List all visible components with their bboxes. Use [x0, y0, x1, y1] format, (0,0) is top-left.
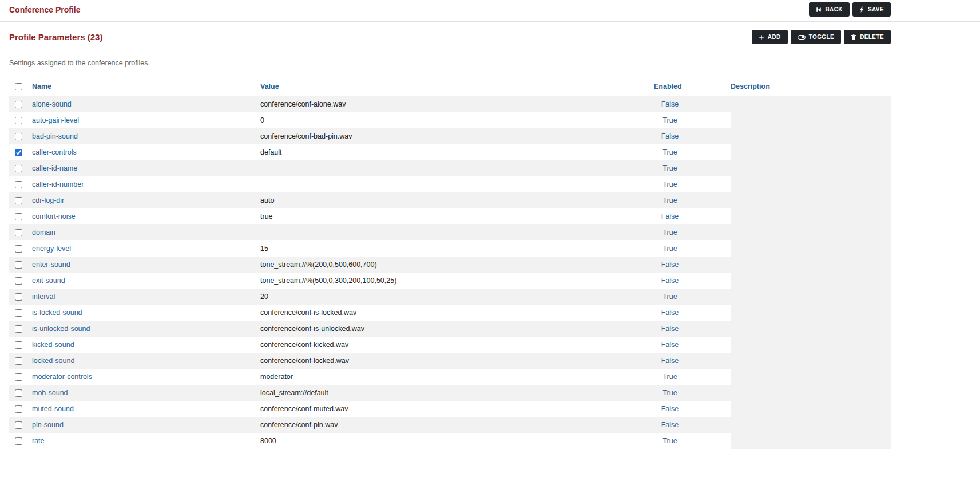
row-checkbox[interactable]: [15, 101, 22, 108]
param-name-link[interactable]: muted-sound: [32, 405, 74, 413]
row-checkbox-cell: [9, 257, 32, 273]
row-checkbox[interactable]: [15, 197, 22, 204]
param-name-link[interactable]: moh-sound: [32, 389, 68, 397]
param-enabled-cell: True: [654, 385, 731, 401]
param-enabled-link[interactable]: True: [654, 228, 686, 236]
param-name-link[interactable]: kicked-sound: [32, 341, 74, 349]
param-name-link[interactable]: comfort-noise: [32, 212, 76, 220]
param-enabled-link[interactable]: True: [654, 148, 686, 156]
param-name-link[interactable]: caller-id-name: [32, 164, 77, 172]
param-enabled-cell: False: [654, 257, 731, 273]
param-enabled-link[interactable]: True: [654, 164, 686, 172]
row-checkbox[interactable]: [15, 261, 22, 269]
table-row: kicked-soundconference/conf-kicked.wavFa…: [9, 337, 891, 353]
param-enabled-link[interactable]: True: [654, 180, 686, 188]
param-name-cell: moh-sound: [32, 385, 260, 401]
select-all-checkbox[interactable]: [15, 83, 22, 90]
row-checkbox[interactable]: [15, 373, 22, 381]
row-checkbox-cell: [9, 337, 32, 353]
param-enabled-link[interactable]: False: [654, 132, 686, 140]
param-value-cell: conference/conf-muted.wav: [260, 401, 654, 417]
param-enabled-link[interactable]: True: [654, 293, 686, 301]
param-enabled-link[interactable]: False: [654, 405, 686, 413]
save-button[interactable]: SAVE: [852, 2, 891, 17]
param-enabled-link[interactable]: False: [654, 325, 686, 333]
delete-button[interactable]: DELETE: [844, 30, 891, 44]
param-name-link[interactable]: caller-id-number: [32, 180, 84, 188]
row-checkbox[interactable]: [15, 421, 22, 429]
param-enabled-link[interactable]: False: [654, 100, 686, 108]
back-button[interactable]: BACK: [809, 2, 850, 17]
row-checkbox[interactable]: [15, 133, 22, 140]
param-name-cell: is-unlocked-sound: [32, 321, 260, 337]
param-value-cell: 20: [260, 289, 654, 305]
row-checkbox[interactable]: [15, 293, 22, 301]
table-row: enter-soundtone_stream://%(200,0,500,600…: [9, 257, 891, 273]
param-enabled-cell: False: [654, 401, 731, 417]
param-enabled-link[interactable]: True: [654, 389, 686, 397]
row-checkbox-cell: [9, 385, 32, 401]
param-enabled-link[interactable]: False: [654, 309, 686, 317]
row-checkbox[interactable]: [15, 325, 22, 333]
row-checkbox[interactable]: [15, 117, 22, 124]
row-checkbox[interactable]: [15, 437, 22, 445]
param-name-link[interactable]: pin-sound: [32, 421, 64, 429]
param-value-cell: conference/conf-kicked.wav: [260, 337, 654, 353]
param-description-cell: [731, 305, 891, 321]
content: Profile Parameters (23) ADD TOGGLE DELET…: [0, 22, 980, 449]
param-enabled-link[interactable]: True: [654, 245, 686, 253]
add-button[interactable]: ADD: [752, 30, 788, 44]
param-value-cell: conference/conf-alone.wav: [260, 96, 654, 112]
row-checkbox[interactable]: [15, 277, 22, 285]
param-enabled-link[interactable]: True: [654, 373, 686, 381]
param-name-cell: is-locked-sound: [32, 305, 260, 321]
param-enabled-link[interactable]: False: [654, 212, 686, 220]
param-name-link[interactable]: cdr-log-dir: [32, 196, 64, 204]
param-enabled-link[interactable]: True: [654, 116, 686, 124]
param-enabled-link[interactable]: False: [654, 357, 686, 365]
param-enabled-link[interactable]: True: [654, 196, 686, 204]
param-name-link[interactable]: interval: [32, 293, 55, 301]
row-checkbox[interactable]: [15, 229, 22, 236]
toggle-button[interactable]: TOGGLE: [791, 30, 841, 44]
param-enabled-link[interactable]: False: [654, 421, 686, 429]
row-checkbox[interactable]: [15, 357, 22, 365]
param-enabled-link[interactable]: False: [654, 341, 686, 349]
param-description-cell: [731, 401, 891, 417]
param-name-link[interactable]: rate: [32, 437, 45, 445]
param-name-link[interactable]: caller-controls: [32, 148, 77, 156]
param-name-link[interactable]: exit-sound: [32, 277, 65, 285]
param-name-link[interactable]: enter-sound: [32, 261, 70, 269]
row-checkbox-cell: [9, 289, 32, 305]
row-checkbox[interactable]: [15, 389, 22, 397]
row-checkbox[interactable]: [15, 181, 22, 188]
row-checkbox[interactable]: [15, 213, 22, 220]
param-name-link[interactable]: is-locked-sound: [32, 309, 82, 317]
param-enabled-link[interactable]: True: [654, 437, 686, 445]
row-checkbox[interactable]: [15, 405, 22, 413]
param-enabled-link[interactable]: False: [654, 261, 686, 269]
toggle-button-label: TOGGLE: [809, 34, 834, 40]
table-row: comfort-noisetrueFalse: [9, 208, 891, 224]
column-header-name: Name: [32, 79, 260, 96]
param-enabled-cell: True: [654, 240, 731, 257]
param-name-link[interactable]: domain: [32, 228, 55, 236]
row-checkbox[interactable]: [15, 165, 22, 172]
row-checkbox-cell: [9, 273, 32, 289]
param-name-link[interactable]: bad-pin-sound: [32, 132, 78, 140]
param-name-link[interactable]: is-unlocked-sound: [32, 325, 90, 333]
row-checkbox[interactable]: [15, 245, 22, 253]
param-name-link[interactable]: energy-level: [32, 245, 71, 253]
row-checkbox[interactable]: [15, 149, 22, 156]
param-name-cell: muted-sound: [32, 401, 260, 417]
row-checkbox[interactable]: [15, 341, 22, 349]
param-name-link[interactable]: alone-sound: [32, 100, 72, 108]
param-description-cell: [731, 144, 891, 160]
param-name-link[interactable]: locked-sound: [32, 357, 74, 365]
param-name-link[interactable]: moderator-controls: [32, 373, 92, 381]
table-row: rate8000True: [9, 433, 891, 449]
row-checkbox[interactable]: [15, 309, 22, 317]
param-enabled-link[interactable]: False: [654, 277, 686, 285]
row-checkbox-cell: [9, 160, 32, 176]
param-name-link[interactable]: auto-gain-level: [32, 116, 79, 124]
